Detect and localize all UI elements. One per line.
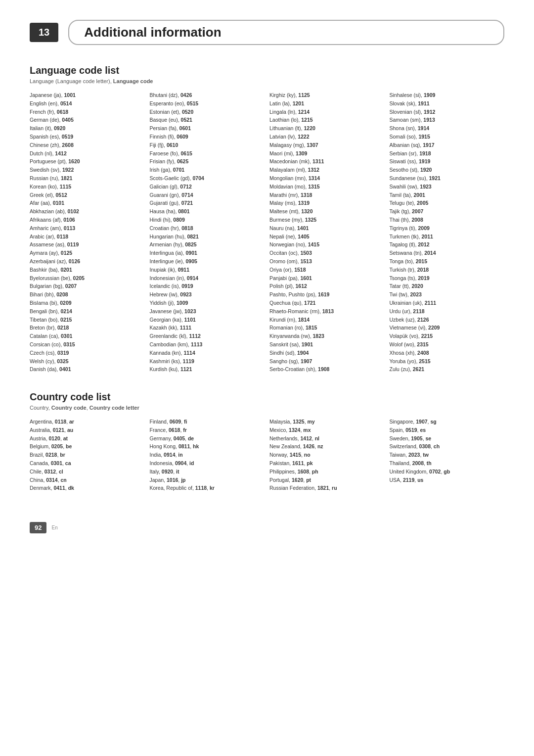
code-item: Bashkir (ba), 0201 xyxy=(30,266,145,274)
code-item: Aymara (ay), 0125 xyxy=(30,249,145,257)
code-item: Galician (gl), 0712 xyxy=(150,183,265,191)
code-item: Kirundi (rn), 1814 xyxy=(269,316,385,324)
code-item: Wolof (wo), 2315 xyxy=(390,340,505,349)
country-col-3: Singapore, 1907, sgSpain, 0519, esSweden… xyxy=(390,418,505,492)
code-item: Norwegian (no), 1415 xyxy=(269,240,385,249)
code-item: Hausa (ha), 0801 xyxy=(150,207,265,216)
code-item: Twi (tw), 2023 xyxy=(390,290,505,299)
code-item: Frisian (fy), 0625 xyxy=(150,157,265,166)
footer-lang: En xyxy=(51,525,57,530)
code-item: Uzbek (uz), 2126 xyxy=(390,316,505,324)
code-item: Azerbaijani (az), 0126 xyxy=(30,257,145,266)
code-item: German (de), 0405 xyxy=(30,116,145,124)
country-section-subtitle: Country, Country code, Country code lett… xyxy=(30,405,504,411)
code-item: Siswati (ss), 1919 xyxy=(390,157,505,166)
language-section: Language code list Language (Language co… xyxy=(30,65,504,374)
code-item: Russian Federation, 1821, ru xyxy=(269,484,385,492)
code-item: Malagasy (mg), 1307 xyxy=(269,141,385,149)
subtitle-plain: Language (Language code letter), xyxy=(30,78,113,84)
code-item: Philippines, 1608, ph xyxy=(269,468,385,476)
code-item: Latvian (lv), 1222 xyxy=(269,133,385,141)
code-item: Malay (ms), 1319 xyxy=(269,199,385,207)
code-item: Thai (th), 2008 xyxy=(390,216,505,224)
code-item: Nepali (ne), 1405 xyxy=(269,233,385,241)
code-item: Oromo (om), 1513 xyxy=(269,257,385,266)
code-item: Indonesia, 0904, id xyxy=(150,459,265,468)
code-item: Kannada (kn), 1114 xyxy=(150,349,265,357)
footer: 92 En xyxy=(30,522,504,533)
code-item: Russian (ru), 1821 xyxy=(30,174,145,183)
code-item: Laothian (lo), 1215 xyxy=(269,116,385,124)
code-item: India, 0914, in xyxy=(150,451,265,459)
code-item: Basque (eu), 0521 xyxy=(150,116,265,124)
code-item: Japan, 1016, jp xyxy=(150,476,265,484)
code-item: Greenlandic (kl), 1112 xyxy=(150,332,265,340)
code-item: Swedish (sv), 1922 xyxy=(30,166,145,174)
code-item: Spanish (es), 0519 xyxy=(30,133,145,141)
code-item: Afar (aa), 0101 xyxy=(30,199,145,207)
code-item: Guarani (gn), 0714 xyxy=(150,191,265,199)
country-col-0: Argentina, 0118, arAustralia, 0121, auAu… xyxy=(30,418,145,492)
code-item: Tonga (to), 2015 xyxy=(390,257,505,266)
code-item: Volapük (vo), 2215 xyxy=(390,332,505,340)
code-item: English (en), 0514 xyxy=(30,99,145,108)
code-item: France, 0618, fr xyxy=(150,426,265,434)
code-item: Pakistan, 1611, pk xyxy=(269,459,385,468)
chapter-header: 13 Additional information xyxy=(30,20,504,45)
code-item: Finnish (fi), 0609 xyxy=(150,133,265,141)
code-item: Portuguese (pt), 1620 xyxy=(30,157,145,166)
code-item: Korean (ko), 1115 xyxy=(30,183,145,191)
code-item: Scots-Gaelic (gd), 0704 xyxy=(150,174,265,183)
code-item: Italy, 0920, it xyxy=(150,468,265,476)
page-title: Additional information xyxy=(68,20,504,45)
code-item: Gujarati (gu), 0721 xyxy=(150,199,265,207)
language-section-title: Language code list xyxy=(30,65,504,76)
code-item: United Kingdom, 0702, gb xyxy=(390,468,505,476)
code-item: Kurdish (ku), 1121 xyxy=(150,365,265,374)
code-item: Bhutani (dz), 0426 xyxy=(150,91,265,99)
lang-col-1: Bhutani (dz), 0426Esperanto (eo), 0515Es… xyxy=(150,91,265,374)
code-item: Austria, 0120, at xyxy=(30,434,145,443)
code-item: Spain, 0519, es xyxy=(390,426,505,434)
chapter-number: 13 xyxy=(30,23,58,42)
code-item: Cambodian (km), 1113 xyxy=(150,340,265,349)
country-section: Country code list Country, Country code,… xyxy=(30,391,504,492)
code-item: Setswana (tn), 2014 xyxy=(390,249,505,257)
code-item: Ukrainian (uk), 2111 xyxy=(390,299,505,307)
language-code-grid: Japanese (ja), 1001English (en), 0514Fre… xyxy=(30,91,504,374)
code-item: Tibetan (bo), 0215 xyxy=(30,316,145,324)
code-item: Welsh (cy), 0325 xyxy=(30,357,145,366)
code-item: Slovenian (sl), 1912 xyxy=(390,108,505,116)
country-col-2: Malaysia, 1325, myMexico, 1324, mxNether… xyxy=(269,418,385,492)
code-item: Romanian (ro), 1815 xyxy=(269,324,385,332)
code-item: Lithuanian (lt), 1220 xyxy=(269,124,385,133)
code-item: Maori (mi), 1309 xyxy=(269,149,385,158)
code-item: China, 0314, cn xyxy=(30,476,145,484)
country-code-grid: Argentina, 0118, arAustralia, 0121, auAu… xyxy=(30,418,504,492)
code-item: Brazil, 0218, br xyxy=(30,451,145,459)
subtitle-bold: Language code xyxy=(113,78,153,84)
country-subtitle-bold1: Country code xyxy=(51,405,87,411)
code-item: Sindhi (sd), 1904 xyxy=(269,349,385,357)
code-item: Zulu (zu), 2621 xyxy=(390,365,505,374)
code-item: Chinese (zh), 2608 xyxy=(30,141,145,149)
code-item: Australia, 0121, au xyxy=(30,426,145,434)
code-item: Serbo-Croatian (sh), 1908 xyxy=(269,365,385,374)
country-section-title: Country code list xyxy=(30,391,504,403)
code-item: Afrikaans (af), 0106 xyxy=(30,216,145,224)
country-subtitle-bold2: Country code letter xyxy=(89,405,139,411)
country-col-1: Finland, 0609, fiFrance, 0618, frGermany… xyxy=(150,418,265,492)
code-item: Georgian (ka), 1101 xyxy=(150,316,265,324)
lang-col-2: Kirghiz (ky), 1125Latin (la), 1201Lingal… xyxy=(269,91,385,374)
code-item: Samoan (sm), 1913 xyxy=(390,116,505,124)
code-item: Persian (fa), 0601 xyxy=(150,124,265,133)
code-item: Breton (br), 0218 xyxy=(30,324,145,332)
code-item: Czech (cs), 0319 xyxy=(30,349,145,357)
code-item: Bislama (bi), 0209 xyxy=(30,299,145,307)
code-item: Kashmiri (ks), 1119 xyxy=(150,357,265,366)
code-item: Yiddish (ji), 1009 xyxy=(150,299,265,307)
code-item: Hindi (hi), 0809 xyxy=(150,216,265,224)
code-item: Sweden, 1905, se xyxy=(390,434,505,443)
code-item: Taiwan, 2023, tw xyxy=(390,451,505,459)
code-item: Sanskrit (sa), 1901 xyxy=(269,340,385,349)
